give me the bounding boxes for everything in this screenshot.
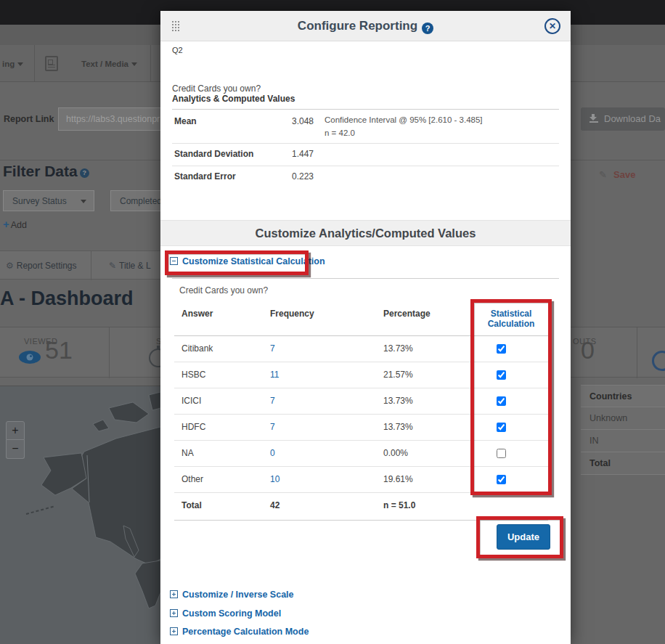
question-code: Q2 [172, 46, 183, 54]
total-label: Total [181, 500, 202, 510]
tab-label: Report Settings [17, 261, 77, 271]
percentage-calculation-mode-link[interactable]: Percentage Calculation Mode [170, 627, 309, 637]
help-icon[interactable]: ? [422, 23, 433, 34]
frequency-link[interactable]: 7 [270, 396, 275, 406]
column-header-percentage: Percentage [383, 309, 431, 319]
statistical-calculation-checkbox[interactable] [497, 475, 506, 484]
percentage-cell: 13.73% [383, 343, 413, 354]
stat-note: n = 42.0 [325, 129, 355, 137]
frequency-link[interactable]: 11 [270, 370, 279, 380]
filter-data-title: Filter Data? [3, 163, 89, 180]
tab-title-layout[interactable]: ✎Title & L [109, 261, 151, 271]
dashboard-title: A - Dashboard [0, 288, 134, 310]
modal-header: Configure Reporting? ✕ [160, 11, 571, 41]
column-header-frequency: Frequency [270, 309, 314, 319]
plus-icon: + [3, 218, 9, 230]
link-label: Percentage Calculation Mode [182, 627, 309, 637]
divider [172, 166, 559, 166]
save-link-label: Save [613, 169, 635, 180]
frequency-link[interactable]: 7 [270, 422, 275, 432]
column-header-answer: Answer [181, 309, 213, 319]
viewed-value: 51 [45, 336, 73, 364]
divider [174, 466, 548, 467]
toolbar-separator [150, 45, 151, 82]
expand-plus-icon[interactable] [170, 609, 178, 617]
divider [172, 278, 559, 279]
column-header-statistical-calculation: Statistical Calculation [473, 309, 550, 329]
save-report-link[interactable]: ✎Save [613, 169, 635, 180]
statistical-calculation-checkbox[interactable] [497, 344, 506, 354]
answer-cell: NA [181, 448, 194, 458]
expand-plus-icon[interactable] [170, 590, 178, 598]
eye-icon [17, 349, 42, 365]
expand-plus-icon[interactable] [170, 627, 178, 635]
answer-cell: HDFC [181, 422, 205, 432]
update-button[interactable]: Update [497, 524, 550, 550]
chevron-down-icon [131, 62, 137, 66]
answer-cell: Citibank [181, 343, 213, 354]
percentage-cell: 21.57% [383, 370, 413, 380]
help-icon[interactable]: ? [80, 168, 89, 178]
customize-statistical-calculation-link[interactable]: Customize Statistical Calculation [170, 256, 325, 266]
divider [174, 335, 548, 336]
toolbar-item-partial[interactable]: ing [2, 60, 23, 68]
screen: ing Text / Media Report Link https://lab… [0, 0, 665, 644]
countries-header: Countries [581, 385, 665, 407]
chevron-down-icon [81, 200, 86, 203]
configure-reporting-modal: Configure Reporting? ✕ Q2 Credit Cards y… [160, 11, 571, 644]
modal-title: Configure Reporting? [160, 19, 571, 34]
edit-icon: ✎ [109, 261, 116, 271]
custom-scoring-model-link[interactable]: Custom Scoring Model [170, 608, 281, 619]
stat-note: Confidence Interval @ 95% [2.610 - 3.485… [325, 115, 483, 124]
statistical-calculation-checkbox[interactable] [497, 370, 506, 380]
survey-status-dropdown[interactable]: Survey Status [3, 190, 94, 211]
map-zoom-out-button[interactable]: − [6, 440, 25, 459]
frequency-link[interactable]: 10 [270, 474, 280, 484]
stat-label: Mean [174, 116, 197, 126]
chevron-down-icon [17, 62, 23, 66]
toolbar-item-label: ing [2, 60, 15, 68]
frequency-link[interactable]: 0 [270, 448, 275, 458]
download-data-button[interactable]: Download Da [581, 107, 665, 131]
dropouts-value: 0 [581, 336, 595, 364]
statistical-calculation-checkbox[interactable] [497, 396, 506, 406]
link-label: Customize / Inverse Scale [182, 590, 294, 600]
customize-inverse-scale-link[interactable]: Customize / Inverse Scale [170, 590, 294, 600]
divider [174, 520, 548, 521]
stat-value: 3.048 [233, 116, 314, 126]
add-filter-link[interactable]: +Add [3, 218, 27, 230]
completed-dropdown[interactable]: Completed [110, 190, 168, 211]
total-frequency: 42 [270, 500, 280, 510]
download-icon-bar [589, 121, 598, 123]
collapse-minus-icon[interactable] [170, 257, 178, 265]
divider [172, 109, 559, 110]
percentage-cell: 13.73% [383, 422, 413, 432]
stat-separator [637, 327, 637, 378]
settings-tabs: ⚙Report Settings ✎Title & L [0, 250, 160, 280]
tab-report-settings[interactable]: ⚙Report Settings [6, 261, 76, 271]
link-label: Customize Statistical Calculation [182, 256, 325, 266]
frequency-link[interactable]: 7 [270, 343, 275, 354]
percentage-cell: 13.73% [383, 396, 413, 406]
report-link-input[interactable]: https://labs3.questionpr [58, 107, 167, 131]
total-n: n = 51.0 [383, 500, 415, 510]
answer-cell: ICICI [181, 396, 201, 406]
section-heading-text: Customize Analytics/Computed Values [160, 221, 571, 245]
map-zoom-in-button[interactable]: + [6, 421, 25, 440]
tab-separator [91, 251, 91, 280]
divider [174, 414, 548, 415]
world-map[interactable]: + − [0, 386, 160, 644]
statistical-calculation-checkbox[interactable] [497, 449, 506, 458]
toolbar-item-text-media[interactable]: Text / Media [81, 60, 137, 68]
answer-cell: Other [181, 474, 203, 484]
close-icon[interactable]: ✕ [544, 18, 560, 34]
divider [174, 492, 548, 493]
statistical-calculation-checkbox[interactable] [497, 423, 506, 432]
download-button-label: Download Da [604, 113, 661, 124]
divider [174, 362, 548, 362]
divider [174, 440, 548, 441]
divider [174, 388, 548, 388]
stat-separator [109, 327, 110, 378]
toolbar-item-label: Text / Media [81, 60, 128, 68]
divider [172, 143, 559, 144]
